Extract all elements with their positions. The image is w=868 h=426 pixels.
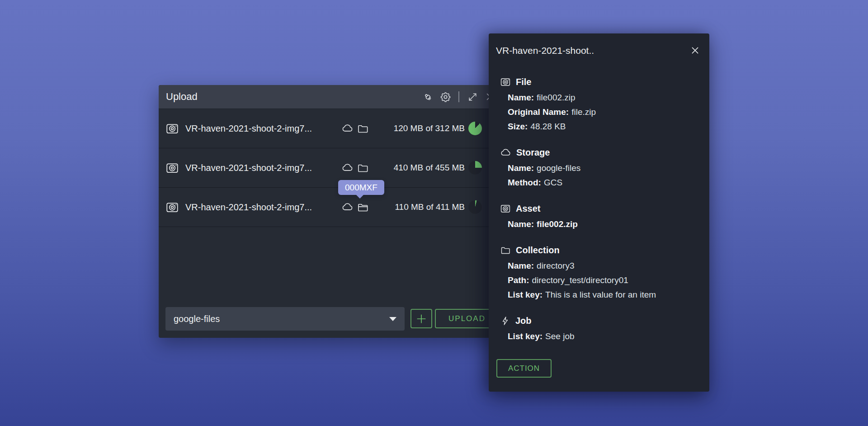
section-file: File Name:file002.zip Original Name:file… — [489, 75, 709, 134]
section-asset: Asset Name:file002.zip — [489, 202, 709, 232]
section-job: Job List key:See job — [489, 314, 709, 344]
section-heading: File — [516, 77, 531, 87]
titlebar-actions — [422, 91, 496, 103]
upload-size: 110 MB of 411 MB — [395, 202, 465, 212]
tooltip: 000MXF — [338, 180, 384, 195]
expand-icon[interactable] — [467, 91, 478, 103]
cloud-icon[interactable] — [341, 123, 354, 135]
storage-select-value: google-files — [174, 314, 220, 324]
cloud-icon[interactable] — [341, 201, 354, 213]
close-icon[interactable] — [689, 45, 700, 56]
file-name: VR-haven-2021-shoot-2-img7... — [185, 202, 312, 213]
camera-icon — [165, 161, 179, 175]
file-name: VR-haven-2021-shoot-2-img7... — [185, 163, 312, 173]
section-heading: Asset — [516, 204, 540, 214]
folder-icon[interactable] — [357, 123, 369, 135]
storage-select[interactable]: google-files — [165, 307, 405, 331]
lightning-icon — [500, 316, 510, 326]
section-collection: Collection Name:directory3 Path:director… — [489, 243, 709, 302]
folder-open-icon[interactable] — [357, 201, 369, 213]
cloud-icon[interactable] — [341, 162, 354, 174]
upload-size: 410 MB of 455 MB — [394, 163, 465, 173]
detail-panel-title: VR-haven-2021-shoot.. — [496, 44, 682, 57]
camera-icon — [165, 200, 179, 214]
clean-brush-icon[interactable] — [422, 91, 434, 103]
detail-panel: VR-haven-2021-shoot.. File Name:file002.… — [489, 33, 709, 392]
upload-progress-pie — [468, 200, 482, 214]
settings-gear-icon[interactable] — [439, 91, 451, 103]
detail-field: Name:file002.zip — [508, 217, 709, 232]
cloud-icon — [500, 147, 511, 158]
detail-field: Name:directory3 — [508, 259, 709, 273]
section-storage: Storage Name:google-files Method:GCS — [489, 146, 709, 190]
destination-icons — [341, 162, 369, 174]
plus-icon — [415, 313, 427, 325]
add-storage-button[interactable] — [410, 309, 432, 328]
upload-window: Upload — [159, 85, 502, 338]
action-button[interactable]: ACTION — [496, 359, 552, 378]
section-heading: Storage — [516, 147, 550, 158]
camera-icon — [165, 122, 179, 135]
tooltip-arrow — [356, 195, 363, 199]
detail-field: Size:48.28 KB — [508, 119, 709, 134]
detail-field: Path:directory_test/directory01 — [508, 273, 709, 288]
upload-progress-pie — [468, 122, 482, 135]
window-title: Upload — [166, 91, 198, 103]
destination-icons — [341, 123, 369, 135]
folder-icon — [500, 245, 511, 256]
detail-field: Name:google-files — [508, 161, 709, 175]
detail-field: Original Name:file.zip — [508, 105, 709, 119]
folder-icon[interactable] — [357, 162, 369, 174]
chevron-down-icon — [389, 317, 396, 321]
detail-field: Method:GCS — [508, 175, 709, 190]
upload-row[interactable]: VR-haven-2021-shoot-2-img7... 110 MB of … — [159, 188, 502, 227]
upload-row[interactable]: VR-haven-2021-shoot-2-img7... 410 MB of … — [159, 148, 502, 188]
detail-field: List key:See job — [508, 329, 709, 344]
section-heading: Job — [515, 316, 532, 326]
camera-icon — [500, 76, 511, 87]
section-heading: Collection — [516, 245, 560, 256]
toolbar-divider — [458, 91, 459, 102]
file-name: VR-haven-2021-shoot-2-img7... — [185, 123, 312, 134]
detail-field: List key:This is a list value for an ite… — [508, 288, 709, 302]
detail-field: Name:file002.zip — [508, 90, 709, 105]
upload-size: 120 MB of 312 MB — [394, 123, 465, 133]
upload-window-titlebar[interactable]: Upload — [159, 85, 502, 109]
upload-progress-pie — [468, 161, 482, 175]
upload-row[interactable]: VR-haven-2021-shoot-2-img7... 120 MB of … — [159, 109, 502, 148]
destination-icons — [341, 201, 369, 213]
upload-file-list: VR-haven-2021-shoot-2-img7... 120 MB of … — [159, 109, 502, 227]
camera-icon — [500, 203, 511, 214]
tooltip-text: 000MXF — [345, 183, 377, 192]
